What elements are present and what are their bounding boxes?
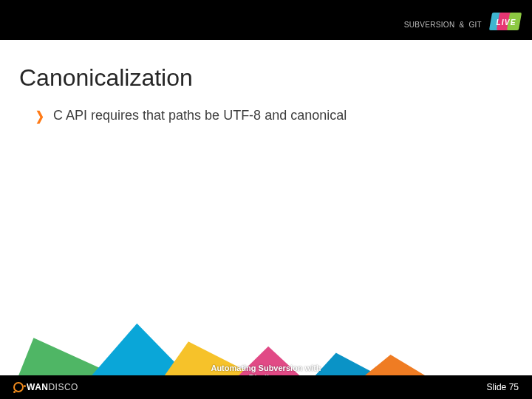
- wandisco-mark-icon: [13, 382, 24, 392]
- slide-label: Slide: [487, 382, 507, 392]
- bullet-text: C API requires that paths be UTF-8 and c…: [53, 108, 347, 123]
- slide: SUBVERSION & GIT LIVE Canonicalization ❯…: [0, 0, 532, 399]
- live-logo: LIVE: [491, 11, 522, 33]
- slide-number-value: 75: [509, 382, 519, 392]
- bottom-bar: WANDISCO Slide 75: [0, 375, 532, 399]
- footer-line1: Automating Subversion with: [185, 364, 347, 373]
- slide-title: Canonicalization: [19, 64, 193, 92]
- slide-number: Slide 75: [487, 382, 519, 392]
- bullet-row: ❯ C API requires that paths be UTF-8 and…: [35, 108, 347, 123]
- wandisco-logo: WANDISCO: [13, 382, 78, 392]
- brand-ampersand: &: [459, 21, 464, 29]
- brand-top: SUBVERSION & GIT LIVE: [404, 13, 522, 35]
- live-label: LIVE: [491, 11, 522, 33]
- wandisco-wordmark: WANDISCO: [27, 382, 78, 392]
- chevron-right-icon: ❯: [35, 109, 44, 122]
- brand-subversion: SUBVERSION: [404, 21, 455, 29]
- logo-text-light: DISCO: [48, 382, 78, 392]
- top-bar: SUBVERSION & GIT LIVE: [0, 0, 532, 40]
- brand-git: GIT: [468, 21, 482, 29]
- logo-text-bold: WAN: [27, 382, 48, 392]
